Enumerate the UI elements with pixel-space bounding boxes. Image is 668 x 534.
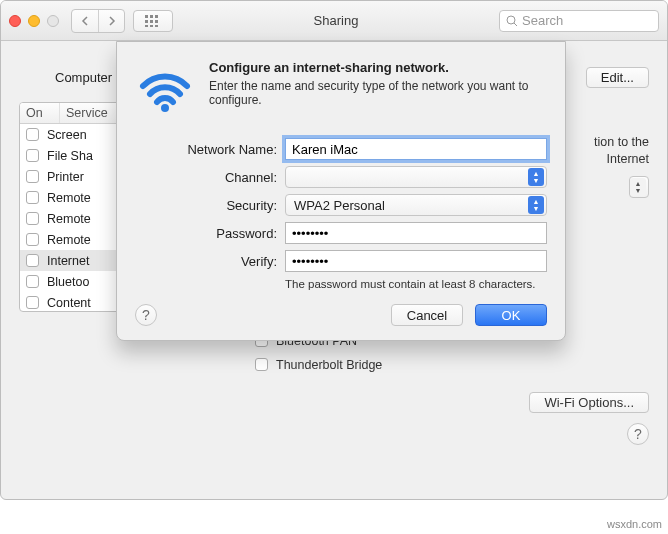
updown-icon: ▲▼ xyxy=(528,168,544,186)
window-title: Sharing xyxy=(181,13,491,28)
service-label: Bluetoo xyxy=(47,275,89,289)
desc-fragment: tion to the xyxy=(594,135,649,149)
svg-rect-8 xyxy=(155,25,158,27)
ok-button[interactable]: OK xyxy=(475,304,547,326)
close-window-icon[interactable] xyxy=(9,15,21,27)
search-icon xyxy=(506,15,518,27)
security-select[interactable]: WPA2 Personal ▲▼ xyxy=(285,194,547,216)
checkbox[interactable] xyxy=(26,128,39,141)
help-icon[interactable]: ? xyxy=(135,304,157,326)
service-label: Screen xyxy=(47,128,87,142)
service-label: File Sha xyxy=(47,149,93,163)
checkbox[interactable] xyxy=(26,149,39,162)
svg-rect-4 xyxy=(150,20,153,23)
wifi-options-button[interactable]: Wi-Fi Options... xyxy=(529,392,649,413)
help-icon[interactable]: ? xyxy=(627,423,649,445)
checkbox[interactable] xyxy=(26,254,39,267)
label-password: Password: xyxy=(135,226,285,241)
sheet-subtitle: Enter the name and security type of the … xyxy=(209,79,547,107)
sheet-form: Network Name: Channel: ▲▼ Security: WPA2… xyxy=(135,138,547,290)
svg-rect-7 xyxy=(150,25,153,27)
port-row[interactable]: Thunderbolt Bridge xyxy=(255,354,649,376)
label-channel: Channel: xyxy=(135,170,285,185)
checkbox[interactable] xyxy=(255,358,268,371)
zoom-window-icon xyxy=(47,15,59,27)
preferences-window: Sharing Search Computer Edit... On Servi… xyxy=(0,0,668,500)
svg-rect-6 xyxy=(145,25,148,27)
service-label: Remote xyxy=(47,233,91,247)
cancel-button[interactable]: Cancel xyxy=(391,304,463,326)
service-label: Internet xyxy=(47,254,89,268)
checkbox[interactable] xyxy=(26,191,39,204)
svg-point-11 xyxy=(161,104,169,112)
sheet-title: Configure an internet-sharing network. xyxy=(209,60,547,75)
updown-icon: ▲▼ xyxy=(630,178,646,196)
checkbox[interactable] xyxy=(26,275,39,288)
svg-rect-3 xyxy=(145,20,148,23)
label-network-name: Network Name: xyxy=(135,142,285,157)
search-placeholder: Search xyxy=(522,13,563,28)
col-on: On xyxy=(20,103,60,123)
security-value: WPA2 Personal xyxy=(294,198,385,213)
network-name-input[interactable] xyxy=(285,138,547,160)
titlebar: Sharing Search xyxy=(1,1,667,41)
service-label: Content xyxy=(47,296,91,310)
checkbox[interactable] xyxy=(26,233,39,246)
svg-line-10 xyxy=(514,23,517,26)
channel-select[interactable]: ▲▼ xyxy=(285,166,547,188)
service-label: Printer xyxy=(47,170,84,184)
svg-rect-5 xyxy=(155,20,158,23)
wifi-icon xyxy=(135,60,195,120)
edit-button[interactable]: Edit... xyxy=(586,67,649,88)
label-verify: Verify: xyxy=(135,254,285,269)
checkbox[interactable] xyxy=(26,296,39,309)
password-input[interactable] xyxy=(285,222,547,244)
col-service: Service xyxy=(60,103,114,123)
window-controls xyxy=(9,15,59,27)
chevron-left-icon[interactable] xyxy=(72,10,98,32)
nav-back-forward[interactable] xyxy=(71,9,125,33)
desc-fragment: Internet xyxy=(607,152,649,166)
label-security: Security: xyxy=(135,198,285,213)
chevron-right-icon[interactable] xyxy=(98,10,124,32)
service-label: Remote xyxy=(47,191,91,205)
minimize-window-icon[interactable] xyxy=(28,15,40,27)
svg-point-9 xyxy=(507,16,515,24)
verify-input[interactable] xyxy=(285,250,547,272)
show-all-button[interactable] xyxy=(133,10,173,32)
updown-icon: ▲▼ xyxy=(528,196,544,214)
search-field[interactable]: Search xyxy=(499,10,659,32)
watermark: wsxdn.com xyxy=(607,518,662,530)
svg-rect-1 xyxy=(150,15,153,18)
computer-name-label: Computer xyxy=(55,70,112,85)
wifi-config-sheet: Configure an internet-sharing network. E… xyxy=(116,41,566,341)
svg-rect-0 xyxy=(145,15,148,18)
share-from-select[interactable]: ▲▼ xyxy=(629,176,649,198)
checkbox[interactable] xyxy=(26,212,39,225)
svg-rect-2 xyxy=(155,15,158,18)
service-label: Remote xyxy=(47,212,91,226)
checkbox[interactable] xyxy=(26,170,39,183)
port-label: Thunderbolt Bridge xyxy=(276,358,382,372)
password-hint: The password must contain at least 8 cha… xyxy=(285,278,547,290)
